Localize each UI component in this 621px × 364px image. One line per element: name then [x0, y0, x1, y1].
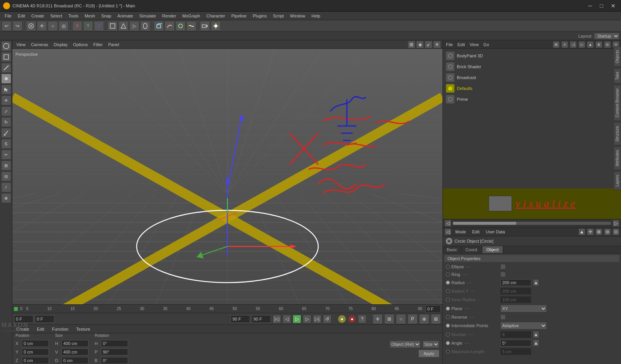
tool-magnet[interactable]: S	[1, 139, 11, 149]
fps-input[interactable]	[252, 315, 271, 323]
menu-script[interactable]: Script	[270, 13, 287, 19]
rot-h-input[interactable]	[101, 340, 128, 347]
rotate-button[interactable]: ○	[48, 21, 58, 31]
menu-snap[interactable]: Snap	[98, 13, 114, 19]
cb-view[interactable]: View	[468, 41, 480, 48]
rot-b-input[interactable]	[101, 357, 128, 364]
attr-plane-radio[interactable]	[446, 307, 450, 311]
menu-character[interactable]: Character	[203, 13, 228, 19]
menu-select[interactable]: Select	[47, 13, 66, 19]
restore-button[interactable]: □	[598, 2, 605, 10]
attr-back-button[interactable]: ◁	[444, 228, 451, 235]
go-end-button[interactable]: ▷|	[313, 315, 321, 323]
tool-point-mode[interactable]	[1, 74, 11, 84]
menu-help[interactable]: Help	[308, 13, 323, 19]
attr-edit-menu[interactable]: Edit	[470, 229, 482, 235]
vp-menu-cameras[interactable]: Cameras	[29, 41, 51, 48]
spline-button[interactable]	[165, 21, 175, 31]
menu-pipeline[interactable]: Pipeline	[228, 13, 250, 19]
vp-icon-4[interactable]: ✕	[433, 41, 441, 48]
tool-scale[interactable]: ⤢	[1, 106, 11, 116]
tab-object[interactable]: Object	[482, 246, 503, 253]
cb-item-prime[interactable]: Prime	[444, 94, 619, 105]
cb-icon3[interactable]: ◁	[570, 41, 577, 48]
attr-radius-y-input[interactable]	[500, 288, 531, 295]
cb-edit[interactable]: Edit	[456, 41, 467, 48]
cb-icon7[interactable]: ⊖	[604, 41, 611, 48]
tool-brush[interactable]	[1, 128, 11, 138]
viewport[interactable]: Perspective Grid Spacing : 100 cm	[12, 49, 442, 304]
light-button[interactable]	[211, 21, 221, 31]
apply-button[interactable]: Apply	[418, 350, 439, 357]
vp-menu-options[interactable]: Options	[71, 41, 90, 48]
cb-icon5[interactable]: ▲	[587, 41, 594, 48]
menu-plugins[interactable]: Plugins	[250, 13, 270, 19]
vp-menu-filter[interactable]: Filter	[91, 41, 105, 48]
attr-inner-radius-input[interactable]	[500, 296, 531, 303]
prev-frame-button[interactable]: ◁	[283, 315, 291, 323]
edge-tab-attributes[interactable]: Attributes	[614, 147, 621, 170]
attr-radius-input[interactable]	[500, 279, 531, 286]
record-help-button[interactable]: ?	[358, 315, 366, 323]
cb-next-button[interactable]: ▷	[612, 220, 619, 227]
play-button[interactable]: ▷	[129, 21, 139, 31]
cb-item-bodypaint[interactable]: BodyPaint 3D	[444, 50, 619, 61]
size-option-select[interactable]: Size	[422, 340, 439, 348]
attr-angle-radio[interactable]	[446, 341, 450, 345]
current-frame-input[interactable]	[35, 315, 54, 323]
cb-item-broadcast[interactable]: Broadcast	[444, 72, 619, 83]
redo-button[interactable]: ↪	[12, 21, 23, 31]
attr-radius-radio[interactable]	[446, 281, 450, 285]
scene-button[interactable]	[118, 21, 128, 31]
bb-edit[interactable]: Edit	[35, 326, 47, 332]
object-rel-select[interactable]: Object (Rel)	[389, 340, 421, 348]
cb-item-defaults[interactable]: Defaults	[444, 83, 619, 94]
cb-item-brickshader[interactable]: Brick Shader	[444, 61, 619, 72]
bb-texture[interactable]: Texture	[74, 326, 92, 332]
edge-tab-content[interactable]: Content Browser	[614, 85, 621, 121]
select-button[interactable]: ✛	[37, 21, 47, 31]
pos-x-input[interactable]	[22, 340, 49, 347]
attr-number-up[interactable]: ▲	[533, 331, 539, 338]
snap5-button[interactable]: ⊕	[419, 314, 429, 324]
menu-simulate[interactable]: Simulate	[136, 13, 159, 19]
undo-button[interactable]: ↩	[2, 21, 12, 31]
axis-x-button[interactable]: X	[72, 21, 82, 31]
play-button[interactable]: ▷	[293, 315, 301, 323]
attr-icon5[interactable]: ⊙	[612, 228, 619, 235]
cb-prev-button[interactable]: ◁	[444, 220, 451, 227]
cb-go[interactable]: Go	[482, 41, 491, 48]
cube-button[interactable]	[154, 21, 164, 31]
attr-icon1[interactable]: ▲	[578, 228, 585, 235]
snap6-button[interactable]: ⊞	[431, 314, 441, 324]
menu-window[interactable]: Window	[287, 13, 308, 19]
attr-number-radio[interactable]	[446, 333, 450, 336]
cb-file[interactable]: File	[444, 41, 454, 48]
attr-ellipse-radio[interactable]	[446, 265, 450, 269]
size-d-input[interactable]	[61, 357, 88, 364]
tab-basic[interactable]: Basic	[443, 246, 461, 253]
scale-button[interactable]: ◎	[59, 21, 69, 31]
rot-p-input[interactable]	[101, 348, 128, 355]
menu-tools[interactable]: Tools	[65, 13, 82, 19]
tool-rotate[interactable]: ↻	[1, 117, 11, 127]
attr-intermediate-radio[interactable]	[446, 324, 450, 328]
edge-tab-layers[interactable]: Layers	[614, 171, 621, 190]
edge-tab-structure[interactable]: Structure	[614, 122, 621, 145]
attr-reverse-checkbox[interactable]	[500, 314, 506, 320]
snap3-button[interactable]: ○	[396, 314, 406, 324]
close-button[interactable]: ✕	[609, 2, 618, 10]
menu-mesh[interactable]: Mesh	[82, 13, 98, 19]
tool-object-mode[interactable]	[1, 41, 11, 51]
attr-intermediate-select[interactable]: Adaptive Uniform Subdivided	[500, 322, 547, 329]
cb-icon4[interactable]: ▷	[578, 41, 585, 48]
menu-create[interactable]: Create	[28, 13, 47, 19]
pos-z-input[interactable]	[22, 357, 49, 364]
attr-number-input[interactable]	[500, 331, 531, 338]
tab-coord[interactable]: Coord.	[461, 246, 482, 253]
layout-select[interactable]: Startup	[594, 33, 619, 40]
cb-icon2[interactable]: ≡	[561, 41, 568, 48]
frame-input[interactable]	[425, 305, 441, 313]
tool-snap[interactable]: ⊟	[1, 171, 11, 181]
move-button[interactable]	[26, 21, 36, 31]
